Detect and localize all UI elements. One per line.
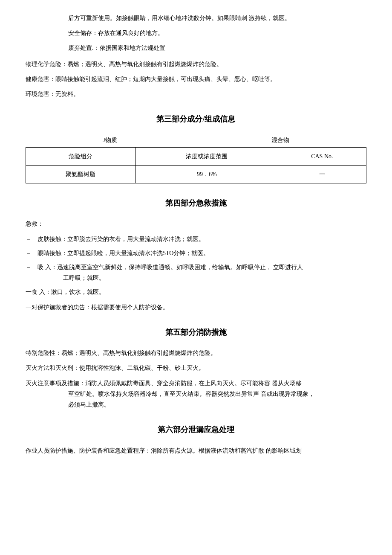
first-aid-rescuer-warning: 一对保护施救者的忠告：根据需要使用个人防护设备。 [26, 302, 366, 313]
extinguish-method: 灭火方法和灭火剂：使用抗溶性泡沫、二氧化碳、干粉、砂土灭火。 [26, 363, 366, 373]
section4-title: 第四部分急救措施 [26, 196, 366, 210]
physical-hazard: 物理化学危险：易燃；遇明火、高热与氧化剂接触有引起燃烧爆炸的危险。 [26, 59, 366, 70]
composition-table: 危险组分 浓度或浓度范围 CAS No. 聚氨酯树脂 99．6% 一 [26, 147, 366, 183]
table-top-labels: J物质 混合物 [26, 135, 366, 145]
environment-hazard: 环境危害：无资料。 [26, 89, 366, 99]
label-mixture: 混合物 [271, 135, 289, 145]
top-line2: 安全储存：存放在通风良好的地方。 [68, 28, 366, 38]
section3-table-wrapper: J物质 混合物 危险组分 浓度或浓度范围 CAS No. 聚氨酯树脂 99．6%… [26, 135, 366, 184]
col-header-2: 浓度或浓度范围 [135, 147, 278, 165]
extinguish-notes-line3: 必须马上撤离。 [68, 399, 366, 410]
section6-title: 第六部分泄漏应急处理 [26, 423, 366, 436]
label-substance: J物质 [103, 135, 117, 145]
top-line3: 废弃处置.：依据国家和地方法规处置 [68, 43, 366, 53]
cell-cas: 一 [278, 165, 366, 183]
first-aid-inhalation: － 吸 入：迅速脱离至室空气新鲜处，保持呼吸道通畅。如呼吸困难，给输氧。如呼吸停… [26, 262, 366, 283]
dash-1: － [26, 234, 34, 244]
extinguish-notes-line2: 至空旷处。喷水保持火场容器冷却，直至灭火结束。容器突然发出异常声 音或出现异常现… [68, 389, 366, 399]
inhalation-text: 吸 入：迅速脱离至室空气新鲜处，保持呼吸道通畅。如呼吸困难，给输氧。如呼吸停止，… [37, 262, 366, 283]
cell-concentration: 99．6% [135, 165, 278, 183]
col-header-1: 危险组分 [26, 147, 136, 165]
dash-2: － [26, 248, 34, 259]
section6-content: 作业人员防护措施、防护装备和应急处置程序：消除所有点火源。根据液体流动和蒸汽扩散… [26, 445, 366, 456]
first-aid-skin: － 皮肤接触：立即脱去污染的衣着，用大量流动清水冲洗；就医。 [26, 234, 366, 244]
cell-substance: 聚氨酯树脂 [26, 165, 136, 183]
col-header-3: CAS No. [278, 147, 366, 165]
section3-title: 第三部分成分/组成信息 [26, 112, 366, 126]
inhalation-line1: 吸 入：迅速脱离至室空气新鲜处，保持呼吸道通畅。如呼吸困难，给输氧。如呼吸停止，… [37, 264, 303, 270]
health-hazard: 健康危害：眼睛接触能引起流泪、红肿；短期内大量接触，可出现头痛、头晕、恶心、呕吐… [26, 74, 366, 84]
first-aid-eye: － 眼睛接触：立即提起眼睑，用大量流动清水冲洗5TO分钟；就医。 [26, 248, 366, 259]
first-aid-ingestion: 一食 入：漱口，饮水，就医。 [26, 287, 366, 297]
extinguish-notes: 灭火注意事项及措施：消防人员须佩戴防毒面具、穿全身消防服，在上风向灭火。尽可能将… [26, 378, 366, 410]
section4-intro: 急救： [26, 218, 366, 229]
special-hazard: 特别危险性：易燃；遇明火、高热与氧化剂接触有引起燃烧爆炸的危险。 [26, 348, 366, 358]
eye-contact-text: 眼睛接触：立即提起眼睑，用大量流动清水冲洗5TO分钟；就医。 [37, 248, 366, 259]
skin-contact-text: 皮肤接触：立即脱去污染的衣着，用大量流动清水冲洗；就医。 [37, 234, 366, 244]
top-line1: 后方可重新使用。如接触眼睛，用水细心地冲洗数分钟。如果眼睛刺 激持续，就医。 [68, 13, 366, 23]
section5-title: 第五部分消防措施 [26, 325, 366, 339]
dash-3: － [26, 262, 34, 283]
extinguish-notes-line1: 灭火注意事项及措施：消防人员须佩戴防毒面具、穿全身消防服，在上风向灭火。尽可能将… [26, 380, 302, 386]
inhalation-line2: 工呼吸；就医。 [63, 273, 366, 283]
table-header-row: 危险组分 浓度或浓度范围 CAS No. [26, 147, 366, 165]
table-row: 聚氨酯树脂 99．6% 一 [26, 165, 366, 183]
top-indent-block: 后方可重新使用。如接触眼睛，用水细心地冲洗数分钟。如果眼睛刺 激持续，就医。 安… [68, 13, 366, 54]
